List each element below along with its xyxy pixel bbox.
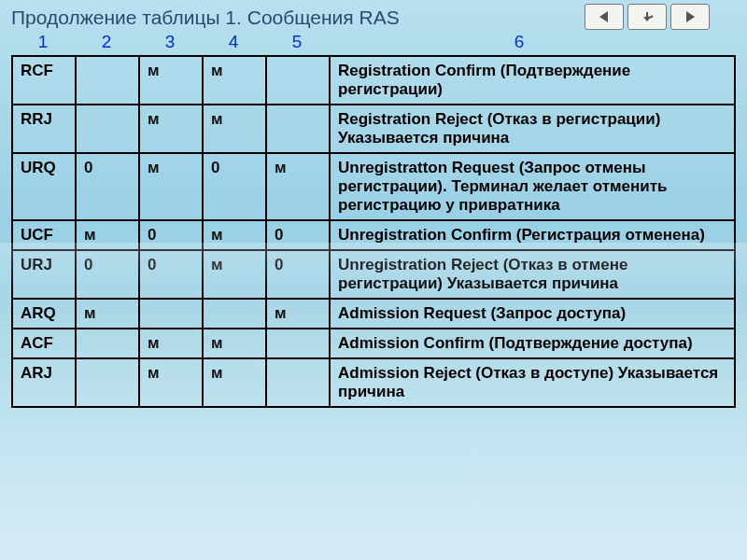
cell-col3: м xyxy=(139,358,203,407)
cell-col5 xyxy=(266,56,330,105)
cell-col2 xyxy=(76,56,139,105)
cell-col3: м xyxy=(139,56,203,105)
svg-marker-2 xyxy=(686,11,695,22)
cell-col4: 0 xyxy=(203,153,266,220)
message-description: Admission Confirm (Подтверждение доступа… xyxy=(330,329,735,358)
cell-col5: м xyxy=(266,153,330,220)
message-code: ARQ xyxy=(12,299,76,329)
cell-col2 xyxy=(76,105,139,153)
message-code: ARJ xyxy=(12,358,76,407)
message-description: Registration Confirm (Подтверждение реги… xyxy=(330,56,735,105)
cell-col4 xyxy=(203,299,266,329)
cell-col4: м xyxy=(203,329,266,358)
svg-marker-1 xyxy=(643,17,651,21)
cell-col4: м xyxy=(203,105,266,153)
cell-col3 xyxy=(139,299,203,329)
col-header-4: 4 xyxy=(202,32,265,52)
cell-col2: м xyxy=(76,299,139,329)
cell-col3: м xyxy=(139,329,203,358)
cell-col5: м xyxy=(266,299,330,329)
svg-marker-0 xyxy=(599,11,608,22)
message-code: URQ xyxy=(12,153,76,220)
return-icon xyxy=(638,9,656,24)
message-description: Unregistratton Request (Запрос отмены ре… xyxy=(330,153,735,220)
cell-col2: м xyxy=(76,220,139,250)
message-description: Admission Request (Запрос доступа) xyxy=(330,299,735,329)
nav-next-button[interactable] xyxy=(670,4,710,30)
message-description: Admission Reject (Отказ в доступе) Указы… xyxy=(330,358,735,407)
cell-col3: м xyxy=(139,153,203,220)
message-code: RCF xyxy=(12,56,76,105)
column-headers: 1 2 3 4 5 6 xyxy=(0,30,747,55)
triangle-left-icon xyxy=(597,9,612,24)
table-row: URJ00м0Unregistration Reject (Отказ в от… xyxy=(12,250,735,299)
cell-col2 xyxy=(76,329,139,358)
cell-col5 xyxy=(266,105,330,153)
cell-col3: м xyxy=(139,105,203,153)
cell-col2: 0 xyxy=(76,250,139,299)
cell-col4: м xyxy=(203,250,266,299)
table-row: UCFм0м0Unregistration Confirm (Регистрац… xyxy=(12,220,735,250)
table-row: ARQммAdmission Request (Запрос доступа) xyxy=(12,299,735,329)
col-header-3: 3 xyxy=(138,32,202,52)
triangle-right-icon xyxy=(683,9,698,24)
message-description: Registration Reject (Отказ в регистрации… xyxy=(330,105,735,153)
table-row: ARJммAdmission Reject (Отказ в доступе) … xyxy=(12,358,735,407)
message-description: Unregistration Reject (Отказ в отмене ре… xyxy=(330,250,735,299)
cell-col4: м xyxy=(203,220,266,250)
col-header-1: 1 xyxy=(11,32,75,52)
col-header-2: 2 xyxy=(75,32,138,52)
col-header-5: 5 xyxy=(265,32,329,52)
message-code: UCF xyxy=(12,220,76,250)
message-code: URJ xyxy=(12,250,76,299)
table-row: RRJммRegistration Reject (Отказ в регист… xyxy=(12,105,735,153)
col-header-6: 6 xyxy=(329,32,747,52)
cell-col4: м xyxy=(203,358,266,407)
message-code: RRJ xyxy=(12,105,76,153)
cell-col2 xyxy=(76,358,139,407)
message-code: ACF xyxy=(12,329,76,358)
page-title: Продолжение таблицы 1. Сообщения RAS xyxy=(11,7,585,29)
cell-col2: 0 xyxy=(76,153,139,220)
table-row: RCFммRegistration Confirm (Подтверждение… xyxy=(12,56,735,105)
nav-return-button[interactable] xyxy=(627,4,667,30)
cell-col5 xyxy=(266,329,330,358)
message-description: Unregistration Confirm (Регистрация отме… xyxy=(330,220,735,250)
cell-col3: 0 xyxy=(139,220,203,250)
table-row: URQ0м0мUnregistratton Request (Запрос от… xyxy=(12,153,735,220)
cell-col5: 0 xyxy=(266,220,330,250)
nav-prev-button[interactable] xyxy=(585,4,624,30)
cell-col3: 0 xyxy=(139,250,203,299)
table-row: ACFммAdmission Confirm (Подтверждение до… xyxy=(12,329,735,358)
cell-col5: 0 xyxy=(266,250,330,299)
cell-col5 xyxy=(266,358,330,407)
cell-col4: м xyxy=(203,56,266,105)
ras-messages-table: RCFммRegistration Confirm (Подтверждение… xyxy=(11,55,736,408)
nav-group xyxy=(585,4,710,30)
